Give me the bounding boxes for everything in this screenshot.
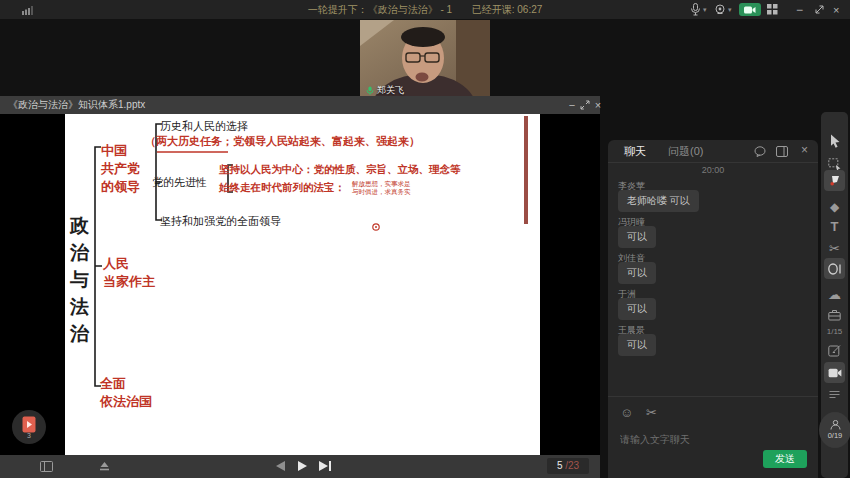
scissors-tool-icon[interactable]: ✂ xyxy=(824,238,845,259)
slide-page-indicator[interactable]: 5 /23 xyxy=(547,458,589,474)
ppt-maximize-icon[interactable] xyxy=(578,96,592,114)
eraser-tool-icon[interactable]: ◆ xyxy=(824,196,845,217)
ppt-content-area: 历史和人民的选择 （两大历史任务；党领导人民站起来、富起来、强起来） 坚持以人民… xyxy=(0,114,600,455)
slide-history-detail: （两大历史任务；党领导人民站起来、富起来、强起来） xyxy=(145,134,420,149)
tab-chat[interactable]: 聊天 xyxy=(624,140,646,162)
slide-leadership: 坚持和加强党的全面领导 xyxy=(160,214,281,229)
classroom-app: 一轮提升下：《政治与法治》 - 1 已经开课: 06:27 ▾ ▾ − × xyxy=(0,0,850,478)
send-button[interactable]: 发送 xyxy=(763,450,807,468)
ppt-window-titlebar[interactable]: 《政治与法治》知识体系1.pptx − × xyxy=(0,96,600,114)
ppt-file-title: 《政治与法治》知识体系1.pptx xyxy=(8,96,145,114)
chat-bubble-icon[interactable] xyxy=(754,146,766,157)
ppt-file-icon xyxy=(22,416,36,433)
pen-tool-icon[interactable] xyxy=(824,170,845,191)
top-bar: 一轮提升下：《政治与法治》 - 1 已经开课: 06:27 ▾ ▾ − × xyxy=(0,0,850,19)
slide-history-title: 历史和人民的选择 xyxy=(160,119,248,134)
slide-advance-title: 党的先进性 xyxy=(152,175,207,190)
ppt-doc-count-badge: 3 xyxy=(27,433,31,439)
chat-message-bubble[interactable]: 老师哈喽 可以 xyxy=(618,190,699,212)
slide-branch-people: 人民 当家作主 xyxy=(103,255,155,291)
ppt-close-icon[interactable]: × xyxy=(591,96,605,114)
prev-slide-icon[interactable] xyxy=(275,459,286,473)
chat-time-divider: 20:00 xyxy=(608,165,818,175)
laser-eject-icon[interactable] xyxy=(98,459,111,473)
tab-questions[interactable]: 问题(0) xyxy=(668,140,703,162)
mic-active-icon xyxy=(366,86,374,95)
minimize-window-icon[interactable]: − xyxy=(796,3,803,16)
video-camera-icon[interactable] xyxy=(824,362,845,383)
shape-tool-icon[interactable] xyxy=(824,258,845,279)
microphone-dropdown-caret[interactable]: ▾ xyxy=(703,3,707,16)
chat-message-bubble[interactable]: 可以 xyxy=(618,298,656,320)
slide-page-current: 5 xyxy=(557,460,563,471)
layout-grid-icon[interactable] xyxy=(767,3,778,16)
slide-advance-item1: 坚持以人民为中心：党的性质、宗旨、立场、理念等 xyxy=(219,163,461,177)
whiteboard-compose-icon[interactable] xyxy=(824,340,845,361)
slide-panel-toggle-icon[interactable] xyxy=(40,459,53,473)
slide-advance-item2-note: 解放思想，实事求是 与时俱进，求真务实 xyxy=(352,180,411,196)
cloud-storage-icon[interactable]: ☁ xyxy=(824,284,845,305)
chat-panel: 聊天 问题(0) × 20:00 李炎苹 老师哈喽 可以 冯玥曈 可以 刘佳音 … xyxy=(608,140,818,478)
briefcase-resource-icon[interactable] xyxy=(824,304,845,325)
camera-device-icon[interactable] xyxy=(714,3,726,16)
text-tool-icon[interactable]: T xyxy=(824,216,845,237)
chat-header: 聊天 问题(0) × xyxy=(608,140,818,163)
microphone-icon[interactable] xyxy=(690,3,701,16)
close-app-icon[interactable]: × xyxy=(833,3,839,16)
emoji-picker-icon[interactable]: ☺ xyxy=(620,405,633,420)
chat-message-bubble[interactable]: 可以 xyxy=(618,262,656,284)
teacher-video-window[interactable]: 郑关飞 xyxy=(360,20,490,106)
raise-hand-icon xyxy=(830,420,841,430)
chat-close-icon[interactable]: × xyxy=(801,143,808,157)
ppt-minimize-icon[interactable]: − xyxy=(565,96,579,114)
ppt-bottom-toolbar: 5 /23 xyxy=(0,455,600,478)
next-slide-icon[interactable] xyxy=(318,459,332,473)
chat-message-bubble[interactable]: 可以 xyxy=(618,334,656,356)
cursor-tool-icon[interactable] xyxy=(824,130,845,151)
camera-dropdown-caret[interactable]: ▾ xyxy=(728,3,732,16)
slide-branch-party: 中国 共产党 的领导 xyxy=(101,142,140,196)
play-slide-icon[interactable] xyxy=(297,459,308,473)
class-status-text: 已经开课: 06:27 xyxy=(472,4,543,15)
slide-branch-law: 全面 依法治国 xyxy=(100,375,152,411)
screenshot-scissors-icon[interactable]: ✂ xyxy=(646,405,657,420)
online-members-count: 0/19 xyxy=(828,431,843,440)
class-title-text: 一轮提升下：《政治与法治》 - 1 xyxy=(308,4,452,15)
chat-input-area: ☺ ✂ 发送 xyxy=(608,396,818,478)
slide-root-topic: 政 治 与 法 治 xyxy=(70,212,89,347)
slide-advance-item2: 始终走在时代前列的法宝： xyxy=(219,181,345,195)
camera-on-button[interactable] xyxy=(739,3,761,16)
toolbar-page-indicator: 1/15 xyxy=(821,327,848,336)
resize-window-icon[interactable] xyxy=(814,3,825,16)
teaching-toolbar: ◆ T ✂ ☁ 1/15 0/19 xyxy=(821,112,848,478)
ppt-doc-switcher-button[interactable]: 3 xyxy=(12,410,46,444)
online-members-badge[interactable]: 0/19 xyxy=(819,412,850,448)
attendance-list-icon[interactable] xyxy=(824,384,845,405)
panel-expand-icon[interactable] xyxy=(776,146,788,157)
chat-message-bubble[interactable]: 可以 xyxy=(618,226,656,248)
chat-message-input[interactable] xyxy=(618,433,802,446)
slide-page-total: /23 xyxy=(565,460,579,471)
